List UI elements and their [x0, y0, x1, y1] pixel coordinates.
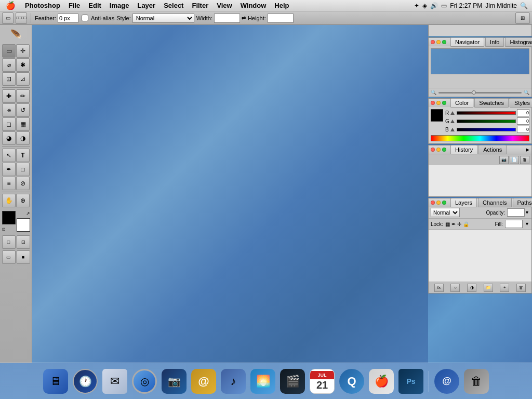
- tool-zoom[interactable]: ⊕: [16, 194, 30, 207]
- menu-layer[interactable]: Layer: [133, 0, 159, 11]
- tab-info[interactable]: Info: [485, 37, 504, 47]
- view-full-btn[interactable]: ■: [17, 250, 30, 264]
- tool-pen[interactable]: ✒: [2, 163, 16, 176]
- dock-imovie[interactable]: 🎬: [278, 367, 307, 395]
- minimize-btn-history[interactable]: [436, 148, 441, 152]
- menu-photoshop[interactable]: Photoshop: [21, 0, 64, 11]
- default-colors[interactable]: ⊡: [2, 227, 6, 232]
- g-value-input[interactable]: [517, 117, 529, 125]
- history-new-doc-btn[interactable]: 📄: [510, 156, 519, 164]
- tool-stamp[interactable]: ⎈: [2, 103, 16, 117]
- dock-itunes[interactable]: ♪: [219, 367, 247, 395]
- tool-notes[interactable]: ≡: [2, 177, 16, 190]
- zoom-btn-nav[interactable]: [442, 40, 446, 44]
- tool-type[interactable]: T: [16, 149, 30, 162]
- dock-facetime[interactable]: 📷: [160, 367, 188, 395]
- anti-alias-checkbox[interactable]: [82, 15, 88, 21]
- r-value-input[interactable]: [517, 109, 529, 116]
- switch-colors[interactable]: ↗: [26, 211, 30, 216]
- dock-finder[interactable]: 🖥: [42, 367, 70, 395]
- tool-slice[interactable]: ⊿: [16, 72, 30, 86]
- minimize-btn-color[interactable]: [436, 101, 441, 105]
- apple-menu[interactable]: 🍎: [0, 0, 21, 11]
- background-color[interactable]: [17, 218, 30, 232]
- layer-delete-btn[interactable]: 🗑: [516, 284, 526, 292]
- menu-view[interactable]: View: [212, 0, 236, 11]
- close-btn-history[interactable]: [431, 148, 435, 152]
- tool-eyedrop[interactable]: ⊘: [16, 177, 30, 190]
- color-swatch[interactable]: [431, 109, 443, 122]
- g-slider-track[interactable]: [457, 119, 516, 123]
- zoom-slider-thumb[interactable]: [472, 90, 476, 95]
- tab-actions[interactable]: Actions: [478, 145, 507, 154]
- opacity-input[interactable]: [507, 208, 525, 217]
- close-btn-layers[interactable]: [431, 201, 435, 205]
- zoom-btn-history[interactable]: [442, 148, 446, 152]
- tool-blur[interactable]: ◕: [2, 131, 16, 145]
- tool-heal[interactable]: ✚: [2, 89, 16, 103]
- menu-help[interactable]: Help: [270, 0, 293, 11]
- tool-gradient[interactable]: ▦: [16, 117, 30, 131]
- dock-mail-2[interactable]: @: [433, 367, 461, 395]
- history-new-snapshot-btn[interactable]: 📷: [499, 156, 509, 164]
- lock-move-icon[interactable]: ✛: [457, 221, 461, 227]
- history-expand-btn[interactable]: ▶: [526, 147, 529, 152]
- lock-pixels-icon[interactable]: ▦: [445, 221, 450, 227]
- layer-fx-btn[interactable]: fx: [434, 284, 444, 292]
- style-select[interactable]: Normal Fixed Aspect Ratio Fixed Size: [132, 14, 194, 23]
- tool-marquee-extra[interactable]: ✛: [16, 44, 30, 58]
- tool-lasso[interactable]: ⌀: [2, 58, 16, 72]
- layer-new-btn[interactable]: +: [500, 284, 509, 292]
- tab-navigator[interactable]: Navigator: [450, 37, 484, 47]
- tab-swatches[interactable]: Swatches: [474, 98, 509, 108]
- dock-trash[interactable]: 🗑: [462, 367, 490, 395]
- screen-mode-btn[interactable]: ⊞: [515, 12, 530, 24]
- zoom-btn-color[interactable]: [442, 101, 446, 105]
- menu-image[interactable]: Image: [105, 0, 134, 11]
- fill-arrow[interactable]: ▼: [525, 221, 529, 227]
- dock-ical[interactable]: JUL 21: [308, 367, 336, 395]
- tool-history-brush[interactable]: ↺: [16, 103, 30, 117]
- b-slider-track[interactable]: [457, 128, 516, 131]
- tool-path-select[interactable]: ↖: [2, 149, 16, 162]
- zoom-slider-track[interactable]: [438, 92, 522, 94]
- tool-brush[interactable]: ✏: [16, 89, 30, 103]
- minimize-btn-layers[interactable]: [436, 201, 441, 205]
- close-btn-color[interactable]: [431, 101, 435, 105]
- lock-all-icon[interactable]: 🔒: [463, 221, 469, 227]
- tool-shape[interactable]: □: [16, 163, 30, 176]
- dock-safari[interactable]: ◎: [130, 367, 158, 395]
- height-input[interactable]: [268, 14, 294, 23]
- dock-apple[interactable]: 🍎: [367, 367, 395, 395]
- close-btn-nav[interactable]: [431, 40, 435, 44]
- layer-adj-btn[interactable]: ◑: [467, 284, 476, 292]
- tool-hand[interactable]: ✋: [2, 194, 16, 207]
- lock-position-icon[interactable]: ✒: [451, 221, 456, 227]
- tool-crop[interactable]: ⊡: [2, 72, 16, 86]
- dock-photoshop[interactable]: Ps: [397, 367, 425, 395]
- dock-iphoto[interactable]: 🌅: [249, 367, 277, 395]
- history-delete-btn[interactable]: 🗑: [520, 156, 529, 164]
- r-slider-track[interactable]: [457, 111, 516, 115]
- dock-clock[interactable]: 🕐: [71, 367, 99, 395]
- tab-history[interactable]: History: [450, 145, 477, 154]
- feather-input[interactable]: [58, 14, 78, 23]
- menu-file[interactable]: File: [64, 0, 84, 11]
- quick-mask-btn[interactable]: ⊡: [17, 235, 30, 249]
- tool-marquee-rect[interactable]: ▭: [2, 44, 16, 58]
- width-input[interactable]: [214, 14, 240, 23]
- dock-quicktime[interactable]: Q: [338, 367, 366, 395]
- menu-select[interactable]: Select: [159, 0, 188, 11]
- tab-color[interactable]: Color: [450, 98, 473, 108]
- layer-blend-mode[interactable]: Normal Multiply Screen: [431, 208, 460, 217]
- menu-filter[interactable]: Filter: [188, 0, 212, 11]
- tool-eraser[interactable]: ◻: [2, 117, 16, 131]
- tab-histogram[interactable]: Histogram: [505, 37, 532, 47]
- tool-dodge[interactable]: ◑: [16, 131, 30, 145]
- layer-mask-btn[interactable]: ○: [450, 284, 460, 292]
- tab-channels[interactable]: Channels: [478, 198, 511, 207]
- minimize-btn-nav[interactable]: [436, 40, 441, 44]
- view-standard-btn[interactable]: ▭: [2, 250, 16, 264]
- standard-mode-btn[interactable]: □: [2, 235, 16, 249]
- tool-icon-alt[interactable]: □□□□: [16, 12, 27, 24]
